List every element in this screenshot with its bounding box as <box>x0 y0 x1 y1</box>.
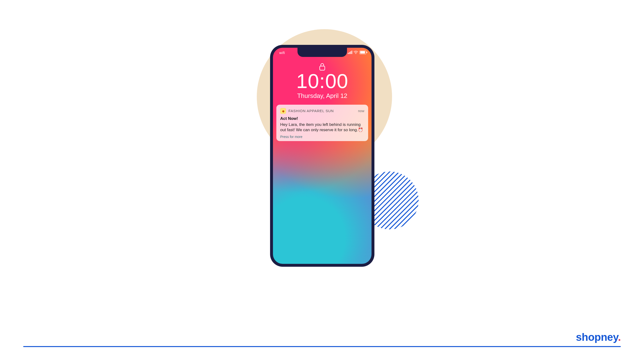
notification-press-more[interactable]: Press for more <box>280 135 364 139</box>
notification-time: now <box>358 109 364 113</box>
alarm-clock-icon: ⏰ <box>358 128 363 132</box>
svg-point-2 <box>356 53 356 54</box>
footer <box>23 346 621 347</box>
lockscreen-time: 10:00 <box>273 71 372 91</box>
phone-screen: wifi <box>273 48 372 264</box>
phone-frame: wifi <box>270 45 374 267</box>
brand-logo: shopney. <box>576 331 621 343</box>
footer-divider <box>23 346 621 347</box>
brand-name: shopney <box>576 331 618 343</box>
lockscreen-clock: 10:00 Thursday, April 12 <box>273 71 372 100</box>
notification-card[interactable]: ◆ FASHION APPAREL SUN now Act Now! Hey L… <box>276 105 368 141</box>
notification-title: Act Now! <box>280 116 364 121</box>
phone-notch <box>298 48 347 57</box>
notification-body-text: Hey Lara, the item you left behind is ru… <box>280 122 361 132</box>
notification-body: Hey Lara, the item you left behind is ru… <box>280 122 364 133</box>
notification-header: ◆ FASHION APPAREL SUN now <box>280 108 364 114</box>
status-right <box>348 51 366 54</box>
lockscreen-date: Thursday, April 12 <box>273 92 372 100</box>
price-tag-icon: ◆ <box>280 108 286 114</box>
signal-icon <box>348 51 352 54</box>
status-left-label: wifi <box>279 51 285 55</box>
battery-icon <box>360 51 366 54</box>
wifi-icon <box>354 51 358 54</box>
brand-dot: . <box>618 331 621 343</box>
notification-app-name: FASHION APPAREL SUN <box>288 109 334 113</box>
illustration-stage: wifi <box>177 22 467 311</box>
